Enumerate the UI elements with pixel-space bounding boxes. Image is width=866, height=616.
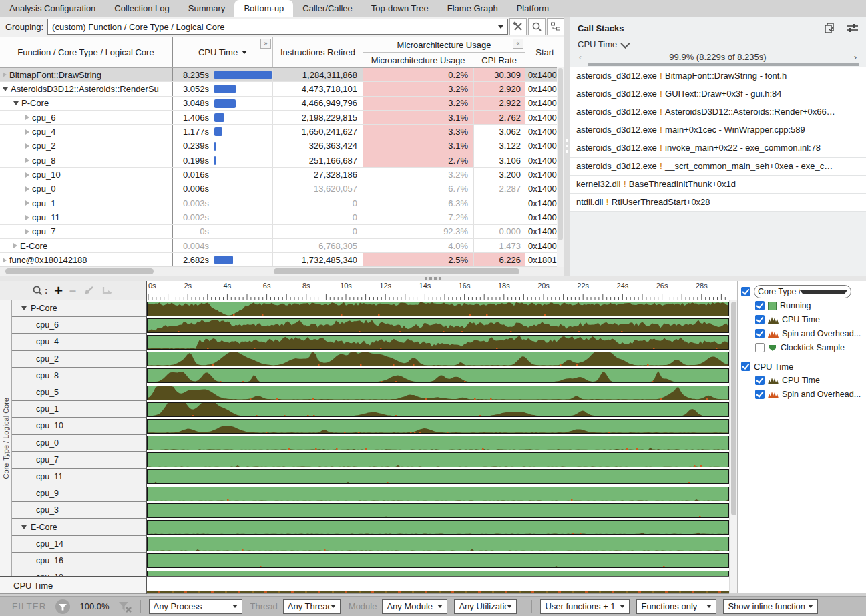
table-row[interactable]: BitmapFont::DrawString 8.235s 1,284,311,… <box>0 68 564 82</box>
timeline-row-e-core[interactable]: E-Core <box>12 519 147 535</box>
tab-analysis-configuration[interactable]: Analysis Configuration <box>0 0 105 17</box>
zoom-reset-icon[interactable] <box>101 286 114 295</box>
table-row[interactable]: cpu_2 0.239s 326,363,424 3.1% 3.122 0x14… <box>0 139 564 153</box>
timeline-row-cpu-14[interactable]: cpu_14 <box>12 536 147 553</box>
timeline-row-cpu-1[interactable]: cpu_1 <box>12 401 147 418</box>
filter-select-any-module[interactable]: Any Module <box>382 599 447 614</box>
checkbox[interactable] <box>755 343 765 352</box>
zoom-selection-icon[interactable] <box>83 286 95 295</box>
timeline-row-chart[interactable] <box>147 553 729 569</box>
filter-select-functions-only[interactable]: Functions only <box>636 599 716 614</box>
checkbox[interactable] <box>755 301 765 310</box>
timeline-ruler[interactable]: 0s2s4s6s8s10s12s14s16s18s20s22s24s26s28s <box>147 281 729 300</box>
filter-select-show-inline-function[interactable]: Show inline function <box>723 599 818 614</box>
checkbox[interactable] <box>741 362 750 371</box>
timeline-row-cpu-9[interactable]: cpu_9 <box>12 485 147 502</box>
search-button[interactable] <box>528 18 546 35</box>
timeline-row-chart[interactable] <box>147 452 729 469</box>
pane-splitter-vertical[interactable] <box>564 17 570 276</box>
tab-platform[interactable]: Platform <box>507 0 558 17</box>
timeline-vertical-scrollbar[interactable] <box>729 300 737 593</box>
timeline-row-chart[interactable] <box>147 368 729 384</box>
tree-toggle-icon[interactable] <box>3 258 7 263</box>
table-row[interactable]: cpu_1 0.003s 0 6.3% 0x1400 <box>0 196 564 210</box>
call-stack-frame[interactable]: asteroids_d3d12.exe!main+0x1cec - WinWra… <box>570 121 866 139</box>
call-stack-frame[interactable]: asteroids_d3d12.exe!AsteroidsD3D12::Aste… <box>570 103 866 121</box>
tree-toggle-icon[interactable] <box>13 101 19 105</box>
timeline-row-cpu-3[interactable]: cpu_3 <box>12 502 147 519</box>
table-row[interactable]: cpu_0 0.006s 13,620,057 6.7% 2.287 0x140… <box>0 182 564 196</box>
filter-select-any-thread[interactable]: Any Thread <box>283 599 341 614</box>
timeline-cpu-time-chart[interactable] <box>147 577 729 594</box>
scrollbar-thumb[interactable] <box>5 268 154 274</box>
timeline-row-cpu-5[interactable]: cpu_5 <box>12 384 147 401</box>
tab-summary[interactable]: Summary <box>179 0 235 17</box>
checkbox[interactable] <box>741 287 750 296</box>
tab-caller-callee[interactable]: Caller/Callee <box>293 0 361 17</box>
checkbox[interactable] <box>755 390 765 399</box>
prev-stack-arrow[interactable]: ‹ <box>574 52 587 62</box>
column-header-instructions-retired[interactable]: Instructions Retired <box>273 37 363 67</box>
timeline-row-cpu-7[interactable]: cpu_7 <box>12 452 147 469</box>
checkbox[interactable] <box>755 329 765 338</box>
column-header-cpu-time[interactable]: CPU Time » <box>173 37 273 67</box>
tree-toggle-icon[interactable] <box>25 115 29 120</box>
timeline-row-chart[interactable] <box>147 418 729 434</box>
column-header-cpi-rate[interactable]: CPI Rate <box>473 53 525 67</box>
timeline-row-chart[interactable] <box>147 485 729 502</box>
timeline-row-chart[interactable] <box>147 401 729 418</box>
expand-columns-button[interactable]: » <box>260 39 271 49</box>
copy-icon[interactable] <box>823 22 837 34</box>
checkbox[interactable] <box>755 376 765 385</box>
tree-toggle-icon[interactable] <box>25 129 29 135</box>
timeline-row-cpu-18[interactable]: cpu_18 <box>12 569 147 576</box>
tree-toggle-icon[interactable] <box>13 243 17 248</box>
table-row[interactable]: cpu_7 0s 0 92.3% 0.000 0x1400 <box>0 225 564 239</box>
timeline-row-cpu-11[interactable]: cpu_11 <box>12 469 147 485</box>
timeline-row-chart[interactable] <box>147 536 729 553</box>
table-row[interactable]: P-Core 3.048s 4,466,949,796 3.2% 2.922 0… <box>0 97 564 111</box>
legend-row-type-select[interactable]: Core Type / Logical Core <box>754 285 851 298</box>
table-row[interactable]: cpu_10 0.016s 27,328,186 3.2% 3.200 0x14… <box>0 168 564 182</box>
tab-bottom-up[interactable]: Bottom-up <box>234 0 293 17</box>
timeline-row-p-core[interactable]: P-Core <box>12 300 147 317</box>
timeline-row-chart[interactable] <box>147 569 729 576</box>
customize-grouping-button[interactable] <box>509 18 527 35</box>
zoom-in-button[interactable]: + <box>54 285 63 296</box>
table-row[interactable]: E-Core 0.004s 6,768,305 4.0% 1.473 0x140… <box>0 239 564 253</box>
tree-toggle-icon[interactable] <box>3 72 7 77</box>
tree-toggle-icon[interactable] <box>25 186 29 192</box>
call-stack-frame[interactable]: asteroids_d3d12.exe!invoke_main+0x22 - e… <box>570 139 866 158</box>
tree-toggle-icon[interactable] <box>25 229 29 234</box>
timeline-row-chart[interactable] <box>147 317 729 334</box>
table-row[interactable]: cpu_11 0.002s 0 7.2% 0x1400 <box>0 210 564 224</box>
tree-toggle-icon[interactable] <box>25 172 29 178</box>
tree-toggle-icon[interactable] <box>25 143 29 149</box>
timeline-row-chart[interactable] <box>147 519 729 535</box>
tab-top-down-tree[interactable]: Top-down Tree <box>362 0 438 17</box>
call-stack-frame[interactable]: ntdll.dll!RtlUserThreadStart+0x28 <box>570 194 866 212</box>
timeline-row-cpu-8[interactable]: cpu_8 <box>12 368 147 384</box>
call-stack-frame[interactable]: asteroids_d3d12.exe!__scrt_common_main_s… <box>570 158 866 176</box>
call-stack-frame[interactable]: kernel32.dll!BaseThreadInitThunk+0x1d <box>570 176 866 194</box>
timeline-row-cpu-0[interactable]: cpu_0 <box>12 435 147 452</box>
timeline-row-cpu-10[interactable]: cpu_10 <box>12 418 147 434</box>
timeline-row-chart[interactable] <box>147 334 729 350</box>
grid-horizontal-scrollbar[interactable] <box>0 266 564 276</box>
configure-stacks-icon[interactable] <box>846 22 859 34</box>
timeline-row-chart[interactable] <box>147 435 729 452</box>
tree-toggle-icon[interactable] <box>25 200 29 206</box>
timeline-row-chart[interactable] <box>147 469 729 485</box>
filter-select-any-process[interactable]: Any Process <box>149 599 242 614</box>
table-row[interactable]: AsteroidsD3D12::Asteroids::RenderSu 3.05… <box>0 82 564 96</box>
filter-select-user-functions-1[interactable]: User functions + 1 <box>540 599 630 614</box>
collapse-columns-button[interactable]: « <box>513 39 523 49</box>
timeline-row-chart[interactable] <box>147 384 729 401</box>
scrollbar-thumb[interactable] <box>274 268 519 274</box>
table-row[interactable]: cpu_6 1.406s 2,198,229,815 3.1% 2.762 0x… <box>0 111 564 125</box>
tree-toggle-icon[interactable] <box>3 87 8 91</box>
tree-toggle-icon[interactable] <box>25 215 29 220</box>
column-header-microarchitecture-usage[interactable]: Microarchitecture Usage <box>363 53 473 67</box>
checkbox[interactable] <box>755 315 765 324</box>
timeline-row-cpu-16[interactable]: cpu_16 <box>12 553 147 569</box>
